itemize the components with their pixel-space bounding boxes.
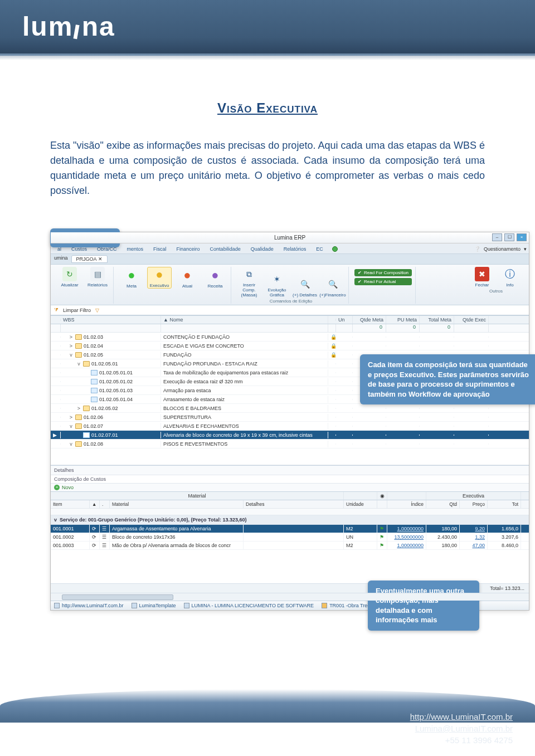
refresh-button[interactable]: ↻Atualizar bbox=[57, 267, 82, 287]
evolucao-button[interactable]: ✶Evolução Gráfica bbox=[265, 272, 289, 297]
receita-view-button[interactable]: ●Receita bbox=[203, 268, 227, 289]
section-paragraph: Esta "visão" exibe as informações mais p… bbox=[50, 138, 485, 198]
wbs-row[interactable]: ▶ 01.02.07.01Alvenaria de bloco de concr… bbox=[51, 431, 529, 440]
ribbon-tab[interactable]: Relatórios bbox=[279, 245, 311, 253]
ribbon-tab[interactable]: mentos bbox=[123, 245, 148, 253]
executivo-view-button[interactable]: ●Executivo bbox=[147, 267, 172, 289]
clear-filter-button[interactable]: Limpar Filtro bbox=[63, 308, 91, 313]
funnel-icon[interactable]: ⧩ bbox=[54, 307, 59, 313]
status-template: LuminaTemplate bbox=[132, 603, 176, 608]
wbs-row[interactable]: > 01.02.04ESCADA E VIGAS EM CONCRETO🔒 bbox=[51, 342, 529, 350]
detail-grid-body: 001.0001⟳☰Argamassa de Assentamento para… bbox=[51, 525, 529, 550]
check-icon bbox=[332, 246, 338, 252]
help-icon[interactable]: ❔ bbox=[474, 246, 480, 252]
window-close-button[interactable]: × bbox=[517, 233, 527, 241]
footer-email: Lumina@LuminaIT.com.br bbox=[410, 723, 513, 734]
col-un[interactable]: Un bbox=[336, 316, 353, 324]
footer-phone: +55 11 3996 4275 bbox=[410, 734, 513, 746]
info-button[interactable]: ⓘInfo bbox=[498, 267, 522, 287]
filter-bar: ⧩ Limpar Filtro ▽ bbox=[51, 305, 529, 315]
close-button[interactable]: ✖Fechar bbox=[470, 267, 494, 287]
home-icon bbox=[322, 603, 327, 608]
detail-row[interactable]: 001.0003⟳☰Mão de Obra p/ Alvenaria armad… bbox=[51, 542, 529, 550]
screenshot-figure: Visão executiva Cada item da composição … bbox=[45, 232, 535, 611]
brand-logo: lumına bbox=[0, 0, 535, 42]
detail-title: Detalhes bbox=[51, 466, 529, 475]
detail-row[interactable]: 001.0002⟳☰Bloco de concreto 19x17x36UN⚑1… bbox=[51, 533, 529, 542]
grid-blank-space bbox=[51, 448, 529, 465]
callout-right-text: Cada item da composição terá sua quantid… bbox=[368, 360, 529, 398]
wbs-row[interactable]: > 01.02.05.02BLOCOS E BALDRAMES bbox=[51, 404, 529, 413]
doc-tab-left: umina bbox=[54, 255, 68, 263]
read-actual-toggle[interactable]: ✔ Read For Actual bbox=[354, 278, 412, 285]
horizontal-scrollbar[interactable] bbox=[51, 593, 529, 601]
insert-comp-button[interactable]: ⧉Inserir Comp. (Massa) bbox=[237, 267, 261, 297]
reports-button[interactable]: ▤Relatórios bbox=[85, 267, 110, 287]
window-title: Lumina ERP bbox=[274, 235, 305, 241]
novo-button[interactable]: +Novo bbox=[51, 484, 77, 491]
col-qtde-exec[interactable]: Qtde Exec bbox=[454, 316, 489, 324]
globe-icon bbox=[54, 603, 60, 608]
group-executiva: Executiva bbox=[426, 492, 521, 500]
wbs-grid-header: WBS ▲ Nome Un Qtde Meta PU Meta Total Me… bbox=[51, 315, 529, 324]
ribbon-tab[interactable]: Financeiro bbox=[172, 245, 205, 253]
ribbon-tab[interactable]: Fiscal bbox=[149, 245, 171, 253]
ribbon-group-label: Comandos de Edição bbox=[270, 299, 313, 304]
callout-bottom: Eventualmente uma outra composição, mais… bbox=[368, 581, 479, 631]
help-label[interactable]: Questionamento bbox=[484, 246, 521, 252]
ribbon-tab[interactable]: Qualidade bbox=[246, 245, 278, 253]
wbs-grid-filter-row: 0 0 0 bbox=[51, 324, 529, 333]
window-minimize-button[interactable]: – bbox=[492, 233, 502, 241]
wbs-row[interactable]: v 01.02.08PISOS E REVESTIMENTOS bbox=[51, 440, 529, 448]
ribbon-tabs: al Custos Obra/CC mentos Fiscal Financei… bbox=[51, 243, 529, 254]
col-pu-meta[interactable]: PU Meta bbox=[386, 316, 420, 324]
callout-bottom-text: Eventualmente uma outra composição, mais… bbox=[376, 587, 464, 625]
financeiro-button[interactable]: 🔍(+)Financeiro bbox=[320, 277, 345, 297]
file-icon bbox=[184, 603, 189, 608]
atual-view-button[interactable]: ●Atual bbox=[175, 268, 200, 289]
document-tab[interactable]: PRJGOA ✕ bbox=[71, 255, 108, 263]
status-url[interactable]: http://www.LuminaIT.com.br bbox=[54, 603, 124, 608]
section-title: Visão Executiva bbox=[50, 100, 485, 116]
col-nome[interactable]: Nome bbox=[169, 317, 183, 323]
document-tabs: umina PRJGOA ✕ bbox=[51, 254, 529, 265]
detail-row[interactable]: 001.0001⟳☰Argamassa de Assentamento para… bbox=[51, 525, 529, 533]
app-window: Lumina ERP – ☐ × al Custos Obra/CC mento… bbox=[50, 232, 529, 611]
window-titlebar: Lumina ERP – ☐ × bbox=[51, 232, 529, 243]
group-material: Material bbox=[51, 492, 344, 500]
detail-filter-row bbox=[51, 509, 529, 515]
scrollbar-thumb[interactable] bbox=[62, 594, 173, 600]
footer-url: http://www.LuminaIT.com.br bbox=[410, 711, 513, 723]
status-license: LUMINA - LUMINA LICENCIAMENTO DE SOFTWAR… bbox=[184, 603, 314, 608]
wbs-row[interactable]: > 01.02.03CONTENÇÃO E FUNDAÇÃO🔒 bbox=[51, 333, 529, 342]
col-wbs[interactable]: WBS bbox=[61, 316, 161, 324]
meta-view-button[interactable]: ●Meta bbox=[119, 268, 144, 289]
detail-total: Total= 13.323... bbox=[490, 586, 524, 591]
ribbon-group-label: Outros bbox=[489, 289, 503, 294]
wbs-row[interactable]: v 01.02.07ALVENARIAS E FECHAMENTOS bbox=[51, 422, 529, 431]
document-body: Visão Executiva Esta "visão" exibe as in… bbox=[0, 56, 535, 611]
page-footer: http://www.LuminaIT.com.br Lumina@Lumina… bbox=[0, 672, 535, 756]
detail-subtitle: Composição de Custos bbox=[51, 475, 529, 484]
doc-icon bbox=[132, 603, 137, 608]
dropdown-icon[interactable]: ▾ bbox=[524, 246, 527, 252]
callout-right: Cada item da composição terá sua quantid… bbox=[360, 354, 535, 404]
detail-grid-head1: Material ◉ Executiva bbox=[51, 491, 529, 500]
wbs-row[interactable]: > 01.02.06SUPERESTRUTURA bbox=[51, 413, 529, 422]
window-maximize-button[interactable]: ☐ bbox=[504, 233, 514, 241]
page-banner: lumına bbox=[0, 0, 535, 56]
detalhes-button[interactable]: 🔍(+) Detalhes bbox=[293, 277, 317, 297]
read-composition-toggle[interactable]: ✔ Read For Composition bbox=[354, 269, 412, 276]
col-total-meta[interactable]: Total Meta bbox=[420, 316, 454, 324]
ribbon-toolbar: ↻Atualizar ▤Relatórios ●Meta ●Executivo … bbox=[51, 265, 529, 305]
col-qtde-meta[interactable]: Qtde Meta bbox=[353, 316, 386, 324]
ribbon-tab[interactable]: EC bbox=[312, 245, 328, 253]
ribbon-tab[interactable]: Contabilidade bbox=[206, 245, 245, 253]
detail-service-group[interactable]: v Serviço de: 001-Grupo Genérico (Preço … bbox=[51, 515, 529, 525]
detail-grid-head2: Item ▲. Material Detalhes Unidade Índice… bbox=[51, 500, 529, 509]
filter-icon[interactable]: ▽ bbox=[95, 308, 99, 313]
